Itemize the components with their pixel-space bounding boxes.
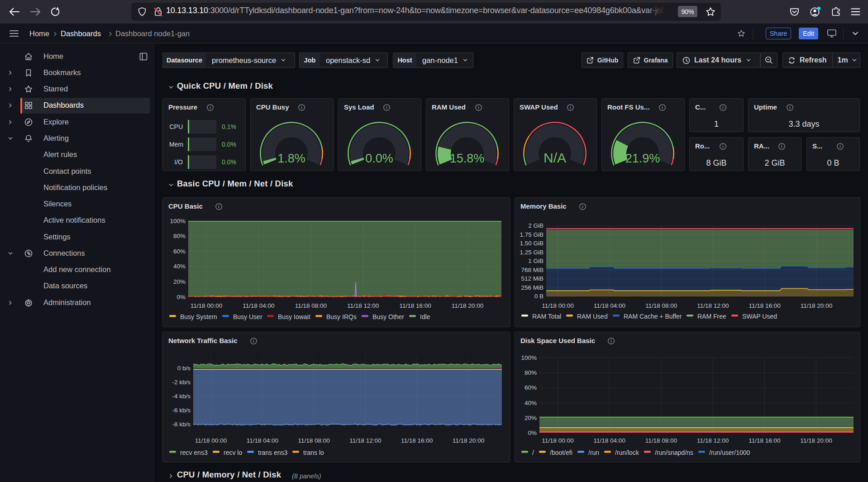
svg-text:80%: 80% xyxy=(525,369,537,376)
svg-text:Busy IRQs: Busy IRQs xyxy=(326,313,357,320)
svg-text:-2 kb/s: -2 kb/s xyxy=(172,379,191,386)
svg-text:11/18 04:00: 11/18 04:00 xyxy=(594,437,625,444)
svg-text:/run/lock: /run/lock xyxy=(615,449,639,456)
svg-text:Busy Iowait: Busy Iowait xyxy=(278,313,310,320)
svg-text:11/18 00:00: 11/18 00:00 xyxy=(542,302,573,309)
svg-text:SWAP Used: SWAP Used xyxy=(742,313,777,320)
svg-text:21.9%: 21.9% xyxy=(625,152,660,165)
svg-text:recv ens3: recv ens3 xyxy=(180,449,208,456)
svg-text:256 MiB: 256 MiB xyxy=(521,284,544,291)
svg-text:0 b/s: 0 b/s xyxy=(177,365,191,372)
svg-text:11/18 16:00: 11/18 16:00 xyxy=(749,302,781,309)
svg-text:-4 kb/s: -4 kb/s xyxy=(172,393,191,400)
svg-text:512 MiB: 512 MiB xyxy=(521,275,544,282)
svg-text:trans ens3: trans ens3 xyxy=(258,449,288,456)
svg-text:1.50 GiB: 1.50 GiB xyxy=(520,240,544,247)
svg-text:20%: 20% xyxy=(525,415,537,421)
svg-text:11/18 12:00: 11/18 12:00 xyxy=(697,302,729,309)
svg-text:-8 kb/s: -8 kb/s xyxy=(172,421,191,428)
svg-text:11/18 20:00: 11/18 20:00 xyxy=(453,437,484,444)
svg-text:768 MiB: 768 MiB xyxy=(521,267,544,273)
svg-text:recv lo: recv lo xyxy=(224,449,242,456)
svg-text:1.75 GiB: 1.75 GiB xyxy=(520,231,544,238)
svg-text:RAM Cache + Buffer: RAM Cache + Buffer xyxy=(624,313,682,320)
svg-text:11/18 20:00: 11/18 20:00 xyxy=(800,437,832,444)
svg-text:2 GiB: 2 GiB xyxy=(528,222,544,229)
svg-text:trans lo: trans lo xyxy=(303,449,324,456)
svg-text:-6 kb/s: -6 kb/s xyxy=(172,407,191,414)
svg-text:11/18 00:00: 11/18 00:00 xyxy=(191,302,222,309)
svg-text:15.8%: 15.8% xyxy=(450,152,485,165)
svg-text:60%: 60% xyxy=(525,384,537,391)
svg-text:11/18 16:00: 11/18 16:00 xyxy=(399,302,431,309)
svg-text:Busy System: Busy System xyxy=(180,313,217,320)
svg-text:80%: 80% xyxy=(173,233,186,239)
svg-text:11/18 12:00: 11/18 12:00 xyxy=(697,437,729,444)
svg-text:1.8%: 1.8% xyxy=(277,152,305,165)
svg-text:0%: 0% xyxy=(176,294,186,301)
svg-text:Busy User: Busy User xyxy=(233,313,262,320)
svg-text:11/18 20:00: 11/18 20:00 xyxy=(452,302,483,309)
svg-text:11/18 12:00: 11/18 12:00 xyxy=(347,302,379,309)
svg-text:11/18 08:00: 11/18 08:00 xyxy=(645,437,677,444)
svg-text:11/18 04:00: 11/18 04:00 xyxy=(243,302,274,309)
svg-text:11/18 16:00: 11/18 16:00 xyxy=(749,437,780,444)
svg-text:1 GiB: 1 GiB xyxy=(528,258,544,264)
svg-text:11/18 08:00: 11/18 08:00 xyxy=(645,302,677,309)
svg-text:/boot/efi: /boot/efi xyxy=(550,449,572,456)
svg-text:40%: 40% xyxy=(525,400,537,406)
svg-text:11/18 04:00: 11/18 04:00 xyxy=(594,302,625,309)
svg-text:/run/snapd/ns: /run/snapd/ns xyxy=(655,449,693,456)
svg-text:60%: 60% xyxy=(173,248,186,255)
svg-text:Idle: Idle xyxy=(420,313,430,320)
svg-text:/: / xyxy=(532,449,534,456)
svg-text:RAM Used: RAM Used xyxy=(577,313,608,320)
svg-text:/run: /run xyxy=(588,449,599,456)
svg-text:0%: 0% xyxy=(528,430,537,436)
svg-text:100%: 100% xyxy=(170,218,186,224)
svg-text:11/18 08:00: 11/18 08:00 xyxy=(295,302,327,309)
svg-text:11/18 08:00: 11/18 08:00 xyxy=(298,437,329,444)
svg-text:11/18 00:00: 11/18 00:00 xyxy=(542,437,573,444)
svg-text:20%: 20% xyxy=(173,278,186,285)
svg-text:RAM Total: RAM Total xyxy=(532,313,561,320)
svg-text:/run/user/1000: /run/user/1000 xyxy=(709,449,750,456)
svg-text:Busy Other: Busy Other xyxy=(372,313,404,320)
svg-text:11/18 20:00: 11/18 20:00 xyxy=(801,302,832,309)
svg-text:11/18 16:00: 11/18 16:00 xyxy=(401,437,433,444)
svg-text:1.25 GiB: 1.25 GiB xyxy=(520,249,544,256)
svg-text:11/18 04:00: 11/18 04:00 xyxy=(247,437,278,444)
svg-text:0 B: 0 B xyxy=(534,293,544,300)
svg-text:11/18 12:00: 11/18 12:00 xyxy=(349,437,381,444)
svg-text:0.0%: 0.0% xyxy=(365,152,393,165)
svg-text:40%: 40% xyxy=(173,263,186,270)
svg-text:11/18 00:00: 11/18 00:00 xyxy=(195,437,227,444)
svg-text:RAM Free: RAM Free xyxy=(697,313,726,320)
svg-text:N/A: N/A xyxy=(544,150,566,165)
svg-text:100%: 100% xyxy=(521,354,537,361)
